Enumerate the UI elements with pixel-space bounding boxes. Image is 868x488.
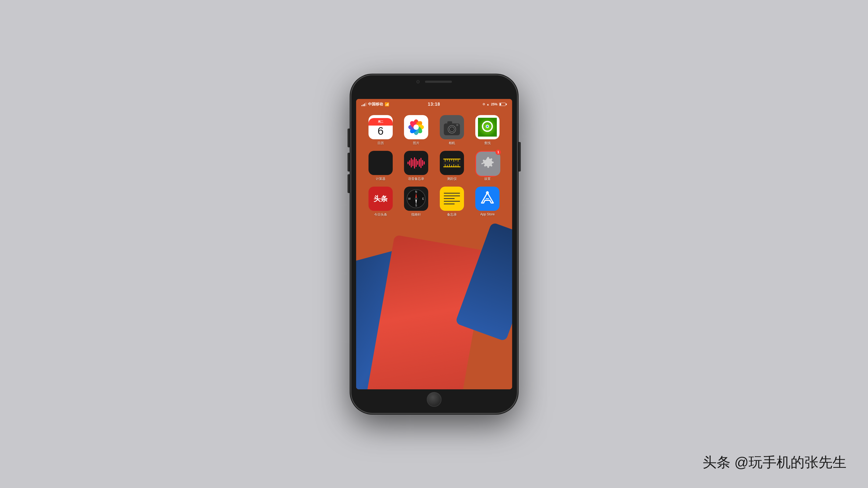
- status-right: ⊙ ▲ 25%: [440, 102, 506, 106]
- calculator-icon: [369, 151, 393, 175]
- app-measure[interactable]: 测距仪: [435, 151, 469, 181]
- phone-screen: 中国移动 📶 13:18 ⊙ ▲ 25%: [356, 99, 512, 389]
- app-find[interactable]: 查找: [471, 115, 504, 145]
- toutiao-icon-wrapper: 头条: [369, 187, 393, 211]
- app-settings[interactable]: 1 设置: [471, 151, 504, 181]
- photos-icon: [404, 115, 428, 139]
- find-label: 查找: [484, 141, 491, 145]
- svg-rect-25: [449, 159, 450, 162]
- measure-svg: [442, 153, 462, 173]
- svg-text:S: S: [415, 204, 417, 207]
- wave-bar-9: [421, 158, 422, 168]
- svg-text:E: E: [422, 197, 424, 200]
- camera-icon-wrapper: [440, 115, 464, 139]
- find-icon: [475, 115, 499, 139]
- home-button[interactable]: [427, 392, 441, 407]
- wave-bar-2: [409, 160, 410, 166]
- svg-point-13: [451, 128, 453, 131]
- app-appstore[interactable]: App Store: [471, 187, 504, 217]
- waveform-graphic: [407, 156, 425, 170]
- wave-bar-6: [415, 159, 417, 167]
- status-left: 中国移动 📶: [362, 102, 428, 107]
- alarm-icon: ▲: [487, 103, 490, 106]
- notes-icon: [440, 187, 464, 211]
- wave-bar-10: [422, 160, 423, 166]
- measure-icon: [440, 151, 464, 175]
- find-svg: [478, 118, 497, 137]
- note-line-2: [444, 195, 460, 196]
- toutiao-label: 今日头条: [374, 213, 387, 217]
- wave-bar-4: [412, 159, 413, 166]
- settings-highlight-border: [475, 151, 499, 177]
- note-line-1: [444, 193, 460, 194]
- wave-bar-7: [417, 161, 418, 165]
- app-toutiao[interactable]: 头条 今日头条: [364, 187, 397, 217]
- front-camera: [416, 80, 420, 83]
- svg-rect-23: [445, 159, 445, 162]
- notes-icon-wrapper: [440, 187, 464, 211]
- battery-tip: [506, 103, 507, 105]
- battery-fill: [500, 103, 501, 105]
- signal-bar-2: [363, 104, 364, 106]
- toutiao-icon: 头条: [369, 187, 393, 211]
- wave-bar-8: [419, 159, 420, 167]
- wave-bar-5: [414, 157, 415, 169]
- notes-label: 备忘录: [447, 213, 457, 217]
- wave-bar-1: [407, 162, 409, 164]
- app-notes[interactable]: 备忘录: [435, 187, 469, 217]
- note-line-3: [444, 198, 455, 199]
- calculator-icon-wrapper: [369, 151, 393, 175]
- app-camera[interactable]: 相机: [435, 115, 469, 145]
- svg-rect-34: [454, 164, 454, 166]
- calendar-label: 日历: [377, 141, 384, 145]
- svg-rect-35: [456, 165, 456, 166]
- svg-point-14: [456, 124, 458, 126]
- note-line-5: [444, 203, 455, 204]
- toutiao-logo-text: 头条: [374, 195, 388, 202]
- app-calculator[interactable]: 计算器: [364, 151, 397, 181]
- phone-top-hardware: [416, 80, 452, 83]
- battery-icon: [499, 103, 507, 106]
- camera-icon: [440, 115, 464, 139]
- app-photos[interactable]: 照片: [400, 115, 433, 145]
- app-voice[interactable]: 语音备忘录: [400, 151, 433, 181]
- camera-label: 相机: [449, 141, 455, 145]
- settings-label: 设置: [484, 177, 491, 181]
- phone-mockup: 中国移动 📶 13:18 ⊙ ▲ 25%: [351, 75, 518, 414]
- notes-lines-graphic: [444, 191, 460, 206]
- svg-rect-10: [447, 121, 452, 124]
- svg-rect-22: [443, 166, 461, 167]
- appstore-icon-wrapper: [475, 187, 499, 211]
- compass-icon: N E S W: [404, 187, 428, 211]
- signal-bar-3: [364, 103, 365, 106]
- battery-percent: 25%: [491, 102, 497, 106]
- calendar-icon-wrapper: 周二 6: [369, 115, 393, 139]
- find-icon-wrapper: [475, 115, 499, 139]
- watermark: 头条 @玩手机的张先生: [703, 453, 846, 472]
- svg-point-8: [413, 125, 419, 130]
- appstore-icon: [475, 187, 499, 211]
- svg-rect-26: [451, 159, 452, 161]
- calculator-label: 计算器: [376, 177, 385, 181]
- svg-rect-28: [456, 159, 456, 161]
- appstore-svg: [479, 191, 495, 207]
- settings-icon: [476, 152, 500, 176]
- camera-svg: [442, 118, 461, 136]
- voice-icon: [404, 151, 428, 175]
- voice-label: 语音备忘录: [408, 177, 424, 181]
- signal-bar-4: [366, 102, 366, 106]
- app-calendar[interactable]: 周二 6 日历: [364, 115, 397, 145]
- appstore-label: App Store: [480, 213, 495, 216]
- svg-rect-32: [449, 164, 450, 166]
- calendar-icon: 周二 6: [369, 115, 393, 139]
- settings-svg: [480, 156, 496, 172]
- svg-rect-36: [458, 164, 458, 166]
- speaker-grill: [425, 81, 452, 83]
- measure-label: 测距仪: [447, 177, 457, 181]
- calendar-date: 6: [378, 126, 383, 136]
- app-compass[interactable]: N E S W 指南针: [400, 187, 433, 217]
- status-bar: 中国移动 📶 13:18 ⊙ ▲ 25%: [356, 99, 512, 110]
- carrier-name: 中国移动: [368, 102, 383, 107]
- note-line-4: [444, 201, 460, 202]
- wave-bar-3: [411, 158, 412, 167]
